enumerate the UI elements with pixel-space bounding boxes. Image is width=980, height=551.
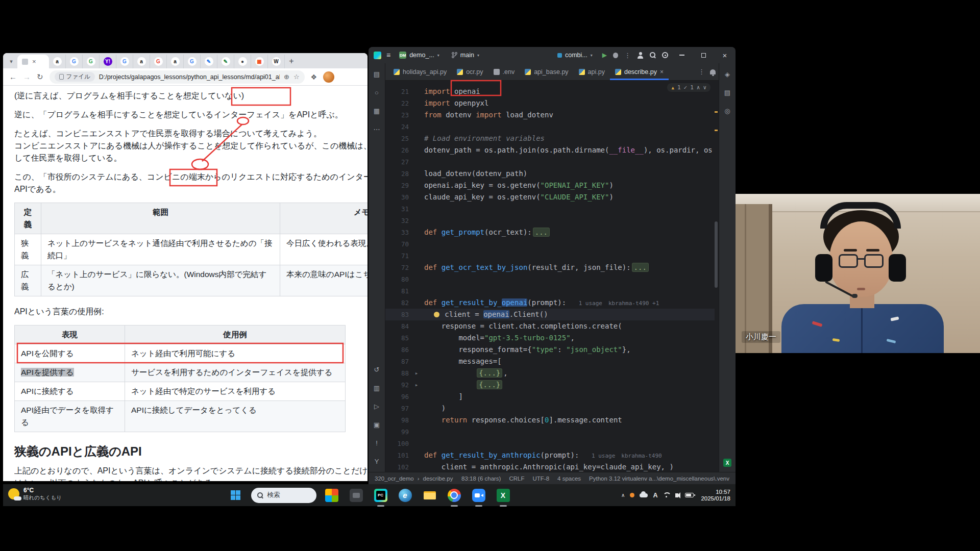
notifications-bell-icon[interactable] — [710, 69, 716, 74]
code-line-86[interactable]: 86 response_format={"type": "json_object… — [385, 344, 715, 356]
code-line-29[interactable]: 29openai.api_key = os.getenv("OPENAI_API… — [385, 180, 715, 191]
taskbar-app-zoom[interactable] — [470, 486, 488, 505]
browser-tab-microsoft[interactable]: ▦ — [251, 55, 268, 68]
profile-avatar[interactable] — [323, 71, 334, 83]
browser-tab-google[interactable]: G — [116, 55, 133, 68]
code-line-26[interactable]: 26dotenv_path = os.path.join(os.path.dir… — [385, 144, 715, 156]
branch-selector[interactable]: main ▾ — [448, 50, 483, 60]
inspection-widget[interactable]: ▲ 1 ✓ 1 ∧ ∨ — [667, 83, 710, 92]
code-line-28[interactable]: 28load_dotenv(dotenv_path) — [385, 168, 715, 180]
browser-tab-globe-site[interactable]: ● — [234, 55, 251, 68]
code-line-92[interactable]: 92▸ {...} — [385, 379, 715, 391]
code-line-25[interactable]: 25# Load environment variables — [385, 133, 715, 144]
code-line-98[interactable]: 98 return response.choices[0].message.co… — [385, 414, 715, 426]
taskbar-app-excel[interactable]: X — [494, 486, 512, 505]
structure-tool-icon[interactable]: ▦ — [371, 105, 382, 116]
start-button[interactable] — [227, 486, 245, 505]
sync-tool-icon[interactable]: ↺ — [371, 364, 382, 375]
forward-icon[interactable]: → — [23, 72, 31, 81]
code-line-97[interactable]: 97 ) — [385, 403, 715, 414]
browser-tab-pen-app[interactable]: ✎ — [217, 55, 234, 68]
code-editor[interactable]: 21import openai22import openpyxl23from d… — [385, 81, 719, 472]
taskbar-app-dark-app[interactable] — [347, 486, 365, 505]
taskbar-app-widgets[interactable] — [323, 486, 341, 505]
close-tab-icon[interactable]: × — [32, 58, 36, 65]
reload-icon[interactable]: ↻ — [37, 72, 43, 82]
code-line-81[interactable]: 81 — [385, 285, 715, 297]
code-line-30[interactable]: 30claude_api_key = os.getenv("CLAUDE_API… — [385, 191, 715, 203]
breadcrumb-folder[interactable]: 320_ocr_demo — [375, 475, 414, 482]
code-line-23[interactable]: 23from dotenv import load_dotenv — [385, 109, 715, 121]
code-line-21[interactable]: 21import openai — [385, 86, 715, 97]
status-item[interactable]: 4 spaces — [557, 475, 581, 482]
taskbar-app-pycharm[interactable]: PC — [372, 486, 390, 505]
vcs-tool-icon[interactable]: Y — [371, 456, 382, 467]
next-problem-icon[interactable]: ∨ — [703, 84, 706, 91]
status-item[interactable]: 83:18 (6 chars) — [461, 475, 501, 482]
main-menu-icon[interactable]: ≡ — [386, 51, 390, 59]
battery-icon[interactable] — [685, 493, 694, 497]
code-line-84[interactable]: 84 response = client.chat.completions.cr… — [385, 320, 715, 332]
code-line-32[interactable]: 32 — [385, 215, 715, 227]
close-tab-icon[interactable]: × — [660, 69, 664, 75]
code-line-33[interactable]: 33def get_prompt(ocr_text):... — [385, 227, 715, 238]
new-tab-button[interactable]: + — [285, 55, 298, 68]
settings-gear-icon[interactable] — [662, 52, 668, 58]
editor-tab-ocr.py[interactable]: ocr.py — [452, 63, 488, 80]
breadcrumb-file[interactable]: describe.py — [423, 475, 453, 482]
code-line-31[interactable]: 31 — [385, 203, 715, 215]
code-line-71[interactable]: 71 — [385, 250, 715, 262]
code-line-82[interactable]: 82def get_result_by_openai(prompt): 1 us… — [385, 297, 715, 309]
run-config-selector[interactable]: combi... ▾ — [554, 50, 596, 60]
minimize-button[interactable] — [674, 48, 690, 62]
ai-assistant-tool-icon[interactable]: ◈ — [722, 68, 733, 80]
bookmark-star-icon[interactable]: ☆ — [293, 73, 300, 81]
taskbar-app-edge[interactable]: e — [396, 486, 414, 505]
origin-chip[interactable]: ファイル — [55, 72, 95, 82]
ime-indicator[interactable]: A — [653, 492, 657, 499]
problems-tool-icon[interactable]: ! — [371, 437, 382, 448]
close-window-button[interactable]: × — [717, 48, 732, 62]
terminal-tool-icon[interactable]: ▣ — [371, 419, 382, 430]
code-line-85[interactable]: 85 model="gpt-3.5-turbo-0125", — [385, 332, 715, 344]
run-button[interactable]: ▶ — [602, 52, 607, 59]
browser-tab-yahoo[interactable]: Y! — [100, 55, 116, 68]
browser-tab-amazon[interactable]: a — [167, 55, 184, 68]
browser-tab-google[interactable]: G — [66, 55, 83, 68]
tab-options-icon[interactable]: ⋮ — [698, 68, 705, 76]
project-selector[interactable]: DM demo_... ▾ — [396, 50, 443, 60]
code-line-72[interactable]: 72def get_ocr_text_by_json(result_dir, j… — [385, 262, 715, 273]
onedrive-cloud-icon[interactable] — [640, 493, 648, 497]
extensions-icon[interactable]: ❖ — [311, 73, 317, 81]
prev-problem-icon[interactable]: ∧ — [697, 84, 700, 91]
editor-tab-api_base.py[interactable]: api_base.py — [520, 63, 573, 80]
gradle-tool-icon[interactable]: ◎ — [722, 105, 733, 116]
taskbar-search[interactable]: 検索 — [251, 488, 316, 503]
browser-tab-wikipedia[interactable]: W — [268, 55, 285, 68]
code-line-22[interactable]: 22import openpyxl — [385, 97, 715, 109]
browser-tab-amazon[interactable]: a — [133, 55, 150, 68]
editor-scrollbar[interactable] — [715, 221, 718, 288]
status-item[interactable]: CRLF — [509, 475, 524, 482]
run-tool-icon[interactable]: ▷ — [371, 400, 382, 412]
code-line-83[interactable]: 83 client = openai.Client() — [385, 309, 715, 320]
code-line-99[interactable]: 99 — [385, 426, 715, 438]
browser-active-tab[interactable]: × — [17, 55, 49, 68]
project-tool-icon[interactable]: ▤ — [371, 68, 382, 80]
debug-button[interactable] — [613, 53, 618, 58]
breadcrumb[interactable]: 320_ocr_demo › describe.py — [375, 475, 453, 482]
wifi-icon[interactable] — [663, 492, 670, 498]
back-icon[interactable]: ← — [9, 72, 17, 81]
database-tool-icon[interactable]: ▤ — [722, 87, 733, 98]
clock-widget[interactable]: 10:57 2025/01/18 — [701, 489, 730, 502]
todo-tool-icon[interactable]: ▥ — [371, 382, 382, 393]
zoom-icon[interactable]: ⊕ — [284, 73, 289, 81]
code-line-102[interactable]: 102 client = anthropic.Anthropic(api_key… — [385, 461, 715, 472]
browser-tab-amazon[interactable]: a — [49, 55, 66, 68]
code-line-87[interactable]: 87 messages=[ — [385, 356, 715, 367]
more-actions-icon[interactable]: ⋮ — [624, 52, 631, 59]
volume-icon[interactable] — [675, 493, 678, 497]
code-line-101[interactable]: 101def get_result_by_anthropic(prompt): … — [385, 449, 715, 461]
taskbar-app-explorer[interactable] — [421, 486, 439, 505]
code-line-27[interactable]: 27 — [385, 156, 715, 168]
